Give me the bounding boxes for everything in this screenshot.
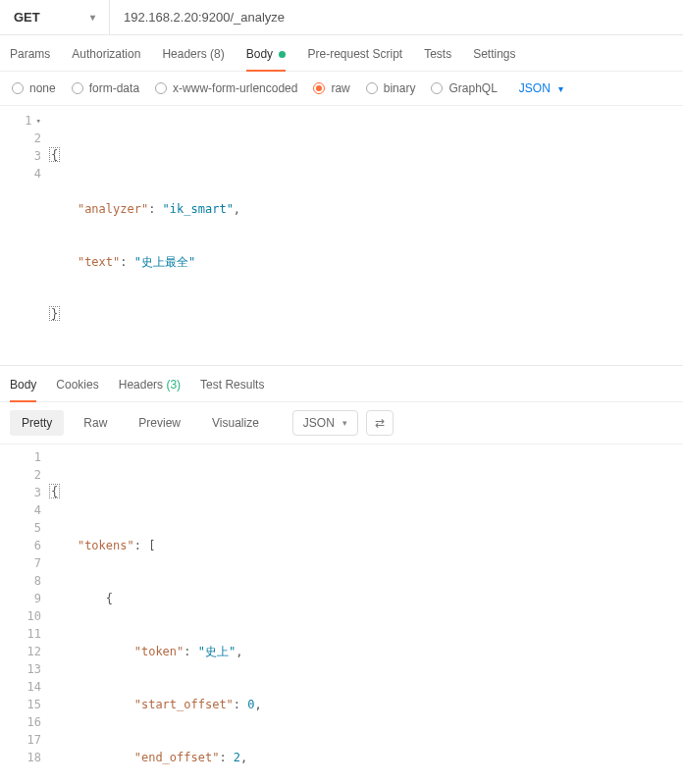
fold-icon[interactable]: ▾	[36, 112, 41, 130]
radio-none[interactable]: none	[12, 81, 56, 95]
response-tabs: Body Cookies Headers (3) Test Results	[0, 366, 683, 402]
tab-headers[interactable]: Headers (8)	[162, 47, 224, 71]
request-code: { "analyzer": "ik_smart", "text": "史上最全"…	[49, 112, 683, 359]
tab-headers-label: Headers	[162, 47, 206, 61]
resp-tab-headers[interactable]: Headers (3)	[119, 378, 181, 401]
radio-form-data[interactable]: form-data	[72, 81, 139, 95]
request-bar: GET ▾	[0, 0, 683, 35]
body-type-row: none form-data x-www-form-urlencoded raw…	[0, 72, 683, 106]
response-body-editor[interactable]: 123 456 789 101112 131415 161718 { "toke…	[0, 444, 683, 784]
tab-prerequest[interactable]: Pre-request Script	[307, 47, 402, 71]
unsaved-dot-icon	[279, 51, 286, 58]
http-method-value: GET	[14, 10, 40, 25]
view-raw[interactable]: Raw	[72, 410, 119, 436]
resp-tab-body[interactable]: Body	[10, 378, 36, 401]
response-gutter: 123 456 789 101112 131415 161718	[0, 448, 49, 784]
tab-tests[interactable]: Tests	[424, 47, 451, 71]
radio-graphql[interactable]: GraphQL	[431, 81, 497, 95]
request-tabs: Params Authorization Headers (8) Body Pr…	[0, 35, 683, 72]
chevron-down-icon: ▾	[558, 83, 563, 94]
resp-tab-cookies[interactable]: Cookies	[56, 378, 98, 401]
http-method-select[interactable]: GET ▾	[0, 0, 110, 34]
resp-tab-headers-label: Headers	[119, 378, 163, 392]
view-visualize[interactable]: Visualize	[200, 410, 271, 436]
resp-headers-count: (3)	[166, 378, 181, 392]
response-lang-select[interactable]: JSON ▾	[292, 410, 358, 436]
request-body-editor[interactable]: 1▾ 2 3 4 { "analyzer": "ik_smart", "text…	[0, 106, 683, 366]
request-gutter: 1▾ 2 3 4	[0, 112, 49, 359]
body-lang-select[interactable]: JSON ▾	[519, 81, 563, 95]
radio-raw[interactable]: raw	[313, 81, 349, 95]
tab-settings[interactable]: Settings	[473, 47, 515, 71]
radio-binary[interactable]: binary	[366, 81, 416, 95]
view-pretty[interactable]: Pretty	[10, 410, 64, 436]
resp-tab-test-results[interactable]: Test Results	[200, 378, 264, 401]
tab-authorization[interactable]: Authorization	[72, 47, 140, 71]
body-lang-value: JSON	[519, 81, 551, 95]
response-view-row: Pretty Raw Preview Visualize JSON ▾ ⇄	[0, 402, 683, 444]
tab-headers-count: (8)	[210, 47, 225, 61]
view-preview[interactable]: Preview	[127, 410, 192, 436]
tab-body[interactable]: Body	[246, 47, 287, 71]
tab-params[interactable]: Params	[10, 47, 50, 71]
chevron-down-icon: ▾	[342, 418, 347, 428]
tab-body-label: Body	[246, 47, 273, 61]
chevron-down-icon: ▾	[90, 12, 95, 23]
response-code: { "tokens": [ { "token": "史上", "start_of…	[49, 448, 683, 784]
url-input[interactable]	[110, 0, 683, 34]
wrap-lines-icon[interactable]: ⇄	[366, 410, 394, 436]
radio-x-www-form-urlencoded[interactable]: x-www-form-urlencoded	[155, 81, 297, 95]
response-lang-value: JSON	[303, 416, 335, 430]
